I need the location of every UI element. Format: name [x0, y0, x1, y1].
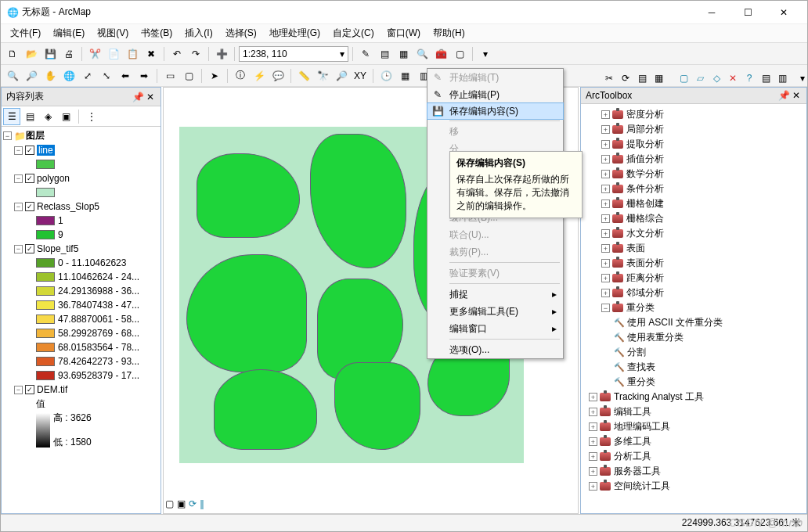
layer-item[interactable]: −✓Reclass_Slop5 [3, 200, 159, 214]
toolbox-item[interactable]: +密度分析 [583, 107, 805, 122]
clear-selection-icon[interactable]: ▢ [180, 67, 197, 84]
menu-item[interactable]: 选择(S) [221, 25, 262, 41]
arctoolbox-icon[interactable]: 🧰 [432, 45, 449, 63]
pause-icon[interactable]: ‖ [200, 498, 204, 509]
list-by-drawing-order-icon[interactable]: ☰ [3, 108, 20, 125]
menu-item[interactable]: 插入(I) [180, 25, 217, 41]
toolbox-item[interactable]: +空间统计工具 [583, 479, 805, 494]
cut-polygons-icon[interactable]: ▢ [676, 70, 691, 86]
measure-icon[interactable]: 📏 [295, 67, 312, 84]
arctoolbox-tree[interactable]: +密度分析+局部分析+提取分析+插值分析+数学分析+条件分析+栅格创建+栅格综合… [581, 104, 806, 513]
edit-vertices-icon[interactable]: ◇ [709, 70, 724, 86]
menu-item[interactable]: 捕捉▸ [427, 286, 563, 303]
hyperlink-icon[interactable]: ⚡ [251, 67, 268, 84]
pin-icon[interactable]: 📌 [778, 90, 789, 101]
close-button[interactable]: ✕ [767, 2, 801, 23]
find-route-icon[interactable]: 🔎 [333, 67, 350, 84]
attributes-icon[interactable]: ▤ [634, 70, 650, 86]
toolbox-item[interactable]: +插值分析 [583, 152, 805, 167]
panel-close-icon[interactable]: ✕ [791, 90, 802, 101]
layer-item[interactable]: −✓polygon [3, 171, 159, 185]
viewer-icon[interactable]: ▦ [396, 67, 413, 84]
menu-item[interactable]: 编辑窗口▸ [427, 320, 563, 337]
toolbox-item[interactable]: +表面分析 [583, 256, 805, 271]
goto-xy-icon[interactable]: XY [352, 67, 369, 84]
layer-item[interactable]: −✓DEM.tif [3, 383, 159, 397]
open-icon[interactable]: 📂 [23, 45, 40, 63]
cut-icon[interactable]: ✂️ [86, 45, 103, 63]
python-icon[interactable]: ▢ [451, 45, 468, 63]
new-icon[interactable]: 🗋 [4, 45, 21, 63]
zoom-in-icon[interactable]: 🔍 [4, 67, 21, 84]
tool-item[interactable]: 🔨查找表 [583, 360, 805, 375]
pointer-icon[interactable]: ➤ [206, 67, 223, 84]
layout-view-icon[interactable]: ▣ [177, 498, 186, 509]
toolbox-item[interactable]: +水文分析 [583, 226, 805, 241]
panel-close-icon[interactable]: ✕ [145, 92, 156, 102]
find-icon[interactable]: 🔭 [314, 67, 331, 84]
toolbox-item[interactable]: +局部分析 [583, 122, 805, 137]
data-view-icon[interactable]: ▢ [165, 498, 174, 509]
undo-icon[interactable]: ↶ [168, 45, 186, 63]
layer-item[interactable]: −✓Slope_tif5 [3, 242, 159, 256]
toolbox-item[interactable]: +Tracking Analyst 工具 [583, 390, 805, 404]
forward-icon[interactable]: ➡ [135, 67, 153, 84]
menu-item[interactable]: 编辑(E) [49, 25, 89, 41]
list-by-selection-icon[interactable]: ▣ [57, 108, 74, 125]
zoom-out-icon[interactable]: 🔎 [23, 67, 40, 84]
maximize-button[interactable]: ☐ [730, 2, 765, 23]
tool-item[interactable]: 🔨使用表重分类 [583, 330, 805, 345]
toc-icon[interactable]: ▤ [376, 45, 393, 63]
tool-item[interactable]: 🔨使用 ASCII 文件重分类 [583, 315, 805, 330]
editor-icon[interactable]: ✎ [357, 45, 374, 63]
time-slider-icon[interactable]: 🕒 [377, 67, 395, 84]
more-icon[interactable]: ▾ [477, 45, 494, 63]
menu-item[interactable]: 文件(F) [5, 25, 45, 41]
toolbox-item[interactable]: +分析工具 [583, 449, 805, 464]
print-icon[interactable]: 🖨 [60, 45, 78, 63]
split-icon[interactable]: ✂ [601, 70, 617, 86]
editor-more-icon[interactable]: ▾ [795, 70, 808, 86]
menu-item[interactable]: 地理处理(G) [265, 25, 325, 41]
list-by-visibility-icon[interactable]: ◈ [39, 108, 56, 125]
fixed-zoom-out-icon[interactable]: ⤡ [98, 67, 115, 84]
tool-item[interactable]: 🔨分割 [583, 345, 805, 360]
scale-combo[interactable]: 1:238, 110▾ [239, 46, 348, 62]
toolbox-item[interactable]: +多维工具 [583, 434, 805, 449]
menu-item[interactable]: 帮助(H) [428, 25, 470, 41]
catalog-icon[interactable]: ▦ [395, 45, 412, 63]
menu-item[interactable]: 自定义(C) [328, 25, 379, 41]
add-data-icon[interactable]: ➕ [213, 45, 230, 63]
toolbox-item[interactable]: +数学分析 [583, 167, 805, 182]
toolbox-item[interactable]: −重分类 [583, 300, 805, 315]
sketch-properties-icon[interactable]: ▦ [651, 70, 666, 86]
menu-item[interactable]: 选项(O)... [427, 341, 563, 358]
paste-icon[interactable]: 📋 [124, 45, 141, 63]
fixed-zoom-in-icon[interactable]: ⤢ [79, 67, 96, 84]
back-icon[interactable]: ⬅ [117, 67, 134, 84]
clip-icon[interactable]: ✕ [725, 70, 741, 86]
topology-icon[interactable]: ▥ [774, 70, 790, 86]
toolbox-item[interactable]: +提取分析 [583, 137, 805, 152]
minimize-button[interactable]: ─ [694, 2, 729, 23]
toolbox-item[interactable]: +表面 [583, 241, 805, 256]
menu-item[interactable]: 视图(V) [92, 25, 133, 41]
toolbox-item[interactable]: +地理编码工具 [583, 419, 805, 434]
toolbox-item[interactable]: +编辑工具 [583, 404, 805, 419]
toc-tree[interactable]: −📁 图层−✓line−✓polygon−✓Reclass_Slop519−✓S… [2, 127, 161, 513]
pan-icon[interactable]: ✋ [41, 67, 59, 84]
menu-item[interactable]: 窗口(W) [382, 25, 425, 41]
list-by-source-icon[interactable]: ▤ [21, 108, 38, 125]
menu-item[interactable]: ✎停止编辑(P) [427, 86, 563, 103]
menu-item[interactable]: 更多编辑工具(E)▸ [427, 303, 563, 320]
toolbox-item[interactable]: +距离分析 [583, 271, 805, 286]
html-popup-icon[interactable]: 💬 [269, 67, 287, 84]
copy-icon[interactable]: 📄 [105, 45, 122, 63]
delete-icon[interactable]: ✖ [142, 45, 160, 63]
toolbox-item[interactable]: +邻域分析 [583, 286, 805, 300]
toolbox-item[interactable]: +栅格创建 [583, 196, 805, 211]
rotate-icon[interactable]: ⟳ [618, 70, 633, 86]
toolbox-item[interactable]: +栅格综合 [583, 211, 805, 226]
reshape-icon[interactable]: ▱ [692, 70, 708, 86]
validate-icon[interactable]: ? [741, 70, 757, 86]
